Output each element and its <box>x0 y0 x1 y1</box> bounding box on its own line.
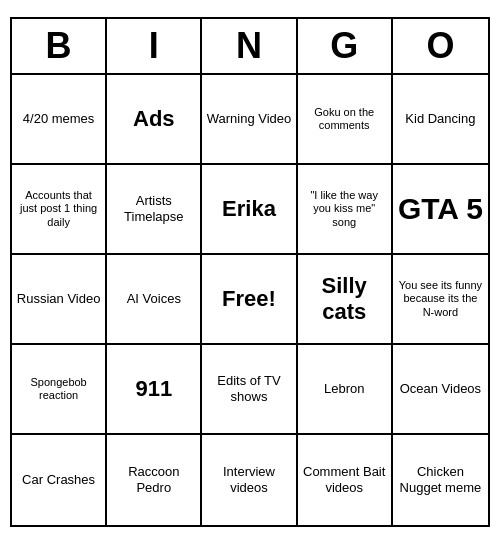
bingo-cell-6: Artists Timelapse <box>107 165 202 255</box>
bingo-cell-1: Ads <box>107 75 202 165</box>
bingo-cell-24: Chicken Nugget meme <box>393 435 488 525</box>
bingo-card: BINGO 4/20 memesAdsWarning VideoGoku on … <box>10 17 490 527</box>
bingo-cell-12: Free! <box>202 255 297 345</box>
bingo-cell-11: AI Voices <box>107 255 202 345</box>
bingo-cell-20: Car Crashes <box>12 435 107 525</box>
bingo-cell-16: 911 <box>107 345 202 435</box>
bingo-grid: 4/20 memesAdsWarning VideoGoku on the co… <box>12 75 488 525</box>
bingo-cell-5: Accounts that just post 1 thing daily <box>12 165 107 255</box>
bingo-cell-14: You see its funny because its the N-word <box>393 255 488 345</box>
bingo-cell-2: Warning Video <box>202 75 297 165</box>
bingo-cell-9: GTA 5 <box>393 165 488 255</box>
bingo-letter-o: O <box>393 19 488 73</box>
bingo-letter-g: G <box>298 19 393 73</box>
bingo-cell-19: Ocean Videos <box>393 345 488 435</box>
bingo-letter-i: I <box>107 19 202 73</box>
bingo-cell-22: Interview videos <box>202 435 297 525</box>
bingo-cell-23: Comment Bait videos <box>298 435 393 525</box>
bingo-letter-n: N <box>202 19 297 73</box>
bingo-cell-3: Goku on the comments <box>298 75 393 165</box>
bingo-header: BINGO <box>12 19 488 75</box>
bingo-cell-7: Erika <box>202 165 297 255</box>
bingo-cell-18: Lebron <box>298 345 393 435</box>
bingo-cell-21: Raccoon Pedro <box>107 435 202 525</box>
bingo-cell-8: "I like the way you kiss me" song <box>298 165 393 255</box>
bingo-cell-0: 4/20 memes <box>12 75 107 165</box>
bingo-letter-b: B <box>12 19 107 73</box>
bingo-cell-10: Russian Video <box>12 255 107 345</box>
bingo-cell-13: Silly cats <box>298 255 393 345</box>
bingo-cell-17: Edits of TV shows <box>202 345 297 435</box>
bingo-cell-4: Kid Dancing <box>393 75 488 165</box>
bingo-cell-15: Spongebob reaction <box>12 345 107 435</box>
